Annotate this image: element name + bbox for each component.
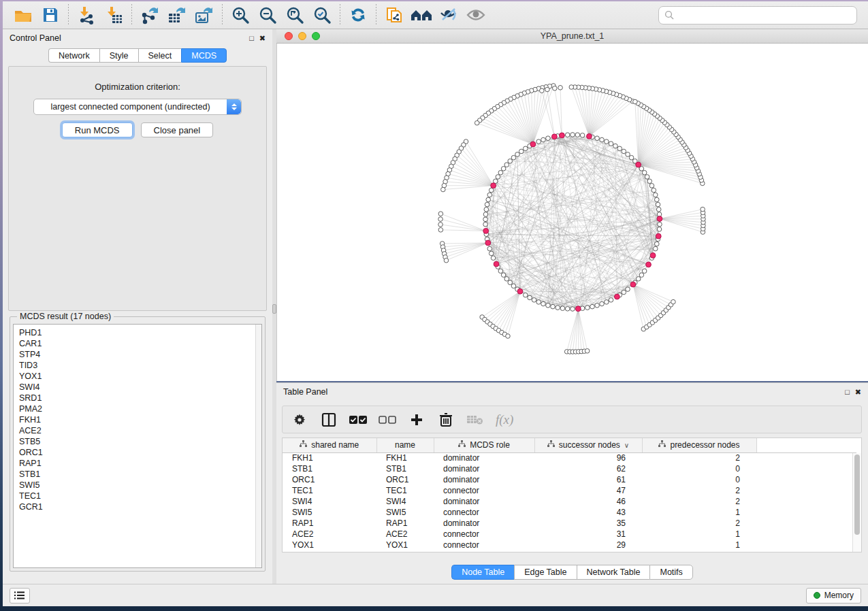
network-edge[interactable] [585,88,589,136]
ring-node[interactable] [626,287,630,292]
table-cell[interactable]: ACE2 [283,529,376,540]
delete-table-icon[interactable] [466,411,484,429]
ring-node[interactable] [570,307,575,312]
mcds-result-list[interactable]: PHD1CAR1STP4TID3YOX1SWI4SRD1PMA2FKH1ACE2… [13,324,262,568]
table-cell[interactable]: dominator [434,518,534,529]
ring-node[interactable] [511,284,516,288]
network-edge[interactable] [533,86,550,144]
ring-node[interactable] [504,277,509,282]
export-table-icon[interactable] [163,3,191,27]
network-edge[interactable] [582,87,590,136]
show-columns-icon[interactable] [320,411,338,429]
ring-node[interactable] [647,179,652,184]
dominator-node[interactable] [551,134,557,139]
ring-node[interactable] [484,207,489,212]
memory-button[interactable]: Memory [806,588,861,604]
leaf-node[interactable] [438,212,443,216]
optimization-criterion-select[interactable]: largest connected component (undirected) [33,99,242,115]
table-row[interactable]: ORC1ORC1dominator610 [283,474,856,485]
result-node[interactable]: TEC1 [19,491,261,501]
ring-node[interactable] [580,133,585,138]
ring-node[interactable] [487,246,492,251]
dominator-node[interactable] [483,228,489,233]
ring-node[interactable] [622,290,626,295]
network-edge[interactable] [443,186,494,190]
dominator-node[interactable] [657,216,662,222]
ring-node[interactable] [498,170,503,175]
ring-node[interactable] [523,293,528,297]
leaf-node[interactable] [438,217,443,222]
network-edge[interactable] [466,142,493,186]
table-cell[interactable]: 29 [534,540,642,550]
table-cell[interactable]: connector [434,529,534,540]
ring-node[interactable] [483,217,488,222]
leaf-node[interactable] [438,222,443,227]
ring-node[interactable] [541,137,546,142]
leaf-node[interactable] [539,88,544,93]
ring-node[interactable] [504,163,509,167]
network-edge[interactable] [571,87,589,136]
network-edge[interactable] [660,219,703,229]
table-cell[interactable]: dominator [434,463,534,474]
leaf-node[interactable] [441,187,446,192]
ring-node[interactable] [654,242,659,246]
tab-mcds[interactable]: MCDS [181,48,227,63]
ring-node[interactable] [575,133,580,137]
result-node[interactable]: SWI5 [19,480,261,491]
ring-node[interactable] [656,207,661,212]
table-cell[interactable]: ORC1 [376,474,434,485]
result-node[interactable]: RAP1 [19,458,261,469]
network-edge[interactable] [639,116,658,165]
table-cell[interactable]: SWI4 [376,496,434,507]
ring-node[interactable] [609,298,613,303]
ring-node[interactable] [519,149,524,154]
tab-network[interactable]: Network [48,48,99,63]
network-edge[interactable] [547,90,554,137]
table-cell[interactable]: 0 [642,550,756,552]
save-session-icon[interactable] [37,3,64,27]
ring-node[interactable] [489,188,494,193]
ring-node[interactable] [622,149,626,154]
ring-node[interactable] [508,159,513,163]
table-row[interactable]: TEC1TEC1connector472 [283,485,856,496]
leaf-node[interactable] [585,348,590,353]
result-node[interactable]: PHD1 [19,327,261,338]
table-cell[interactable]: 2 [642,485,756,496]
table-cell[interactable]: SWI4 [283,496,376,507]
tab-network-table[interactable]: Network Table [577,565,650,580]
ring-node[interactable] [546,136,551,141]
ring-node[interactable] [491,256,496,261]
table-cell[interactable]: STB1 [283,463,376,474]
network-edge[interactable] [560,88,562,135]
ring-node[interactable] [652,188,656,193]
table-cell[interactable]: RAP1 [283,518,376,529]
zoom-selected-icon[interactable] [308,3,336,27]
result-node[interactable]: YOX1 [19,371,261,382]
close-panel-icon[interactable]: ✖ [855,389,861,396]
tab-select[interactable]: Select [138,48,182,63]
ring-node[interactable] [617,146,622,151]
table-cell[interactable]: 43 [534,507,642,518]
ring-node[interactable] [649,184,654,188]
network-edge[interactable] [578,309,584,351]
network-edge[interactable] [555,88,562,135]
ring-node[interactable] [532,298,536,303]
dominator-node[interactable] [630,282,636,287]
column-header-predecessor-nodes[interactable]: predecessor nodes [642,438,756,452]
open-session-icon[interactable] [10,3,37,27]
table-cell[interactable]: connector [434,507,534,518]
show-all-icon[interactable] [462,3,489,27]
table-cell[interactable]: dominator [434,496,534,507]
table-scrollbar-thumb[interactable] [854,455,860,535]
network-graph[interactable] [277,44,868,381]
ring-node[interactable] [556,306,560,310]
result-node[interactable]: SWI4 [19,382,261,393]
table-row[interactable]: PHD1PHD1dominator180 [283,550,856,552]
task-history-button[interactable] [10,588,30,604]
table-cell[interactable]: 18 [534,550,642,552]
table-row[interactable]: YOX1YOX1connector291 [283,540,856,550]
deselect-all-icon[interactable] [379,411,396,429]
table-row[interactable]: ACE2ACE2connector311 [283,529,856,540]
result-node[interactable]: SRD1 [19,393,261,403]
network-edge[interactable] [660,219,703,222]
